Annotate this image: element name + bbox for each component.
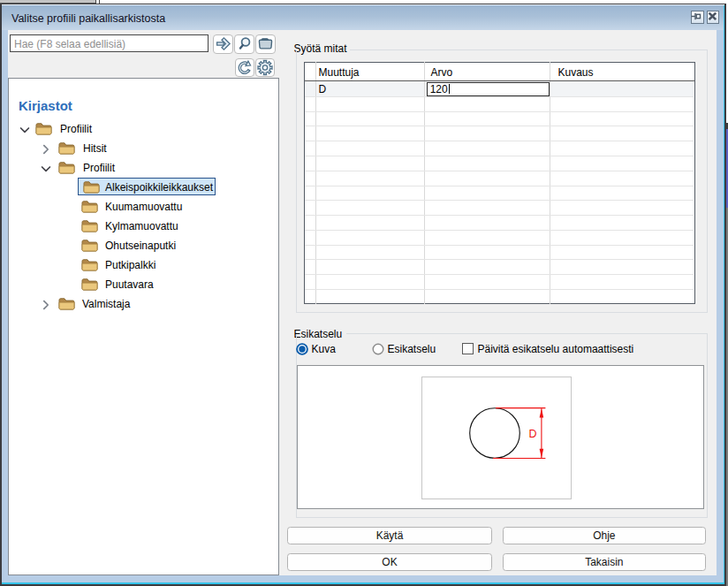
svg-text:D: D [528, 427, 536, 439]
